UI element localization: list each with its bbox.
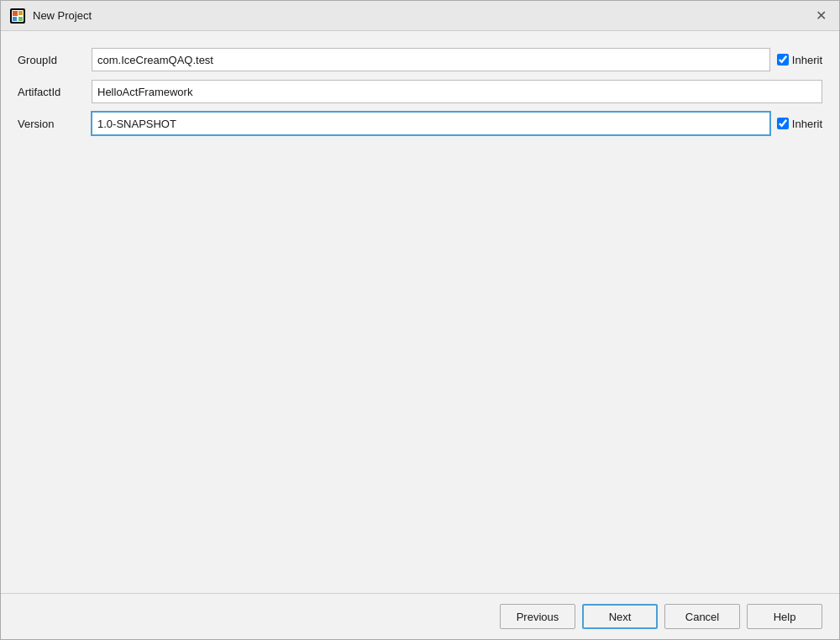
form-area: GroupId Inherit ArtifactId Version Inher… xyxy=(18,48,822,135)
svg-rect-4 xyxy=(13,17,17,21)
next-button[interactable]: Next xyxy=(582,604,658,629)
previous-button[interactable]: Previous xyxy=(500,604,575,629)
group-id-row: GroupId Inherit xyxy=(18,48,822,71)
group-id-input[interactable] xyxy=(92,48,770,71)
cancel-button[interactable]: Cancel xyxy=(664,604,740,629)
title-bar-left: New Project xyxy=(9,8,92,24)
new-project-dialog: New Project ✕ GroupId Inherit ArtifactId xyxy=(0,0,840,640)
app-icon xyxy=(9,8,26,24)
title-bar: New Project ✕ xyxy=(1,1,839,31)
help-button[interactable]: Help xyxy=(747,604,822,629)
dialog-body: GroupId Inherit ArtifactId Version Inher… xyxy=(1,31,839,593)
group-id-inherit-checkbox[interactable] xyxy=(777,54,789,66)
dialog-title: New Project xyxy=(33,9,92,22)
dialog-footer: Previous Next Cancel Help xyxy=(1,593,839,639)
artifact-id-label: ArtifactId xyxy=(18,86,85,98)
artifact-id-input[interactable] xyxy=(92,80,822,103)
group-id-inherit-label: Inherit xyxy=(777,54,822,66)
version-label: Version xyxy=(18,118,85,130)
version-inherit-label: Inherit xyxy=(777,118,822,130)
svg-rect-5 xyxy=(18,17,23,21)
body-spacer xyxy=(18,135,822,585)
version-inherit-checkbox[interactable] xyxy=(777,118,789,129)
version-input[interactable] xyxy=(92,112,770,135)
close-button[interactable]: ✕ xyxy=(811,6,831,26)
svg-rect-3 xyxy=(18,11,23,15)
artifact-id-row: ArtifactId xyxy=(18,80,822,103)
group-id-label: GroupId xyxy=(18,54,85,66)
version-row: Version Inherit xyxy=(18,112,822,135)
svg-rect-2 xyxy=(13,11,18,16)
